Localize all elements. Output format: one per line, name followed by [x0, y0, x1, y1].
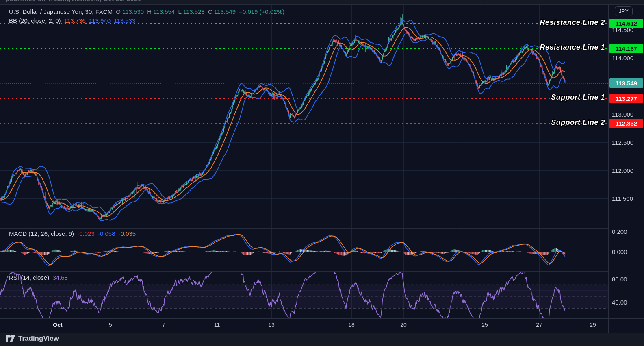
resistance2-label[interactable]: Resistance Line 2: [540, 18, 605, 27]
macd-line-value: -0.058: [98, 230, 115, 237]
time-tick: 11: [214, 322, 220, 328]
resistance1-label[interactable]: Resistance Line 1: [540, 43, 605, 52]
rsi-legend-row: RSI (14, close) 34.68: [9, 274, 69, 281]
bb-legend-row: BB (20, close, 2, 0) 113.736 113.940 113…: [9, 17, 137, 24]
resistance1-price-tag: 114.167: [609, 44, 643, 53]
price-tick: 111.500: [612, 195, 643, 202]
time-tick: 18: [348, 322, 355, 328]
low-value: 113.528: [183, 8, 205, 15]
high-value: 113.554: [153, 8, 175, 15]
watermark-text: published on TradingView.com, Oct 28, 20…: [6, 0, 141, 2]
macd-label[interactable]: MACD (12, 26, close, 9): [9, 230, 74, 237]
last-price-tag: 113.549: [609, 78, 643, 88]
macd-tick: 0.200: [612, 228, 643, 235]
bb-lower-value: 113.533: [114, 17, 135, 24]
open-label: O: [116, 8, 121, 15]
price-tick: 114.000: [612, 54, 643, 61]
close-label: C: [208, 8, 212, 15]
close-value: 113.549: [214, 8, 236, 15]
bb-upper-value: 113.940: [89, 17, 111, 24]
support1-price-tag: 113.277: [609, 94, 643, 103]
rsi-label[interactable]: RSI (14, close): [9, 274, 49, 281]
chart-canvas[interactable]: [0, 0, 644, 346]
time-tick: 20: [400, 322, 407, 328]
currency-button[interactable]: JPY: [615, 6, 633, 16]
price-tick: 112.000: [612, 167, 643, 174]
bb-basis-value: 113.736: [64, 17, 86, 24]
time-tick: 25: [481, 322, 488, 328]
macd-legend-row: MACD (12, 26, close, 9) -0.023 -0.058 -0…: [9, 230, 137, 237]
tradingview-logo-text: TradingView: [18, 335, 59, 343]
macd-tick: 0.000: [612, 248, 643, 255]
time-tick: 7: [162, 322, 165, 328]
tradingview-chart-page: published on TradingView.com, Oct 28, 20…: [0, 0, 644, 346]
support2-label[interactable]: Support Line 2: [551, 118, 605, 127]
price-tick: 113.000: [612, 111, 643, 118]
time-tick: 29: [590, 322, 596, 328]
open-value: 113.530: [122, 8, 144, 15]
resistance2-price-tag: 114.612: [609, 19, 643, 28]
price-tick: 112.500: [612, 139, 643, 146]
tradingview-logo-icon: [6, 335, 15, 343]
time-tick-oct: Oct: [53, 322, 62, 328]
tradingview-footer[interactable]: TradingView: [6, 334, 59, 344]
time-tick: 5: [109, 322, 112, 328]
rsi-value: 34.68: [52, 274, 68, 281]
macd-signal-value: -0.035: [119, 230, 136, 237]
support1-label[interactable]: Support Line 1: [551, 93, 605, 102]
symbol-legend-row: U.S. Dollar / Japanese Yen, 30, FXCM O11…: [9, 8, 286, 15]
rsi-tick: 80.00: [612, 276, 643, 283]
low-label: L: [178, 8, 181, 15]
macd-hist-value: -0.023: [77, 230, 95, 237]
support2-price-tag: 112.832: [609, 119, 643, 128]
bb-label[interactable]: BB (20, close, 2, 0): [9, 17, 61, 24]
change-value: +0.019 (+0.02%): [239, 8, 284, 15]
high-label: H: [147, 8, 152, 15]
symbol-title[interactable]: U.S. Dollar / Japanese Yen, 30, FXCM: [9, 8, 113, 15]
watermark-strip: published on TradingView.com, Oct 28, 20…: [0, 0, 644, 4]
time-tick: 13: [268, 322, 275, 328]
rsi-tick: 40.00: [612, 299, 643, 306]
time-tick: 27: [536, 322, 542, 328]
